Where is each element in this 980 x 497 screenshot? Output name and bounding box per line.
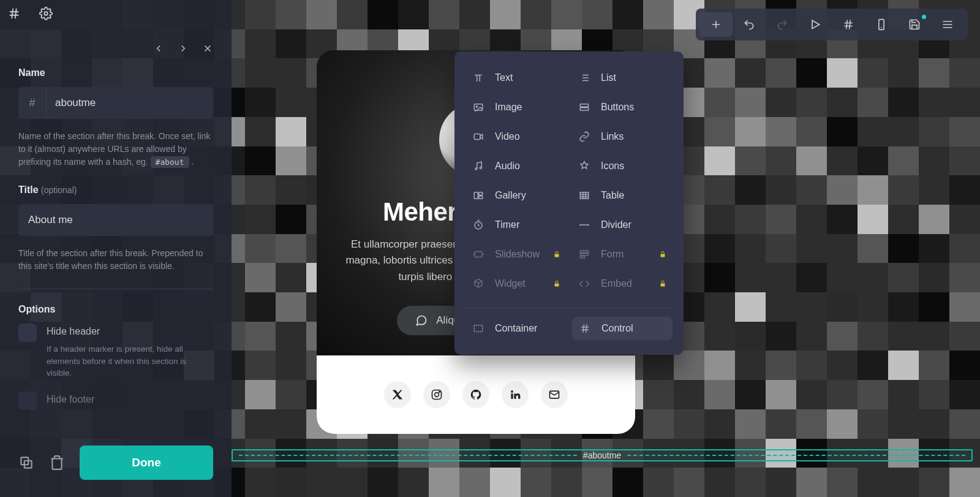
svg-rect-24 xyxy=(661,254,665,257)
unsaved-indicator xyxy=(922,15,926,19)
preview-button[interactable] xyxy=(799,12,832,37)
svg-rect-7 xyxy=(474,104,483,111)
github-icon[interactable] xyxy=(462,381,489,408)
sections-button[interactable] xyxy=(832,12,865,37)
hash-prefix-icon: # xyxy=(18,87,47,119)
widget-icon xyxy=(473,278,485,289)
options-label: Options xyxy=(18,304,213,315)
divider-icon xyxy=(579,219,591,230)
svg-rect-22 xyxy=(580,254,589,256)
image-icon xyxy=(473,102,485,113)
sidebar-tabs xyxy=(0,0,232,27)
inspector-panel: Name # Name of the section after this br… xyxy=(0,0,232,497)
insert-icons[interactable]: Icons xyxy=(571,154,673,178)
svg-point-4 xyxy=(435,393,439,397)
hide-footer-label: Hide footer xyxy=(47,392,94,405)
svg-rect-27 xyxy=(474,325,483,332)
list-icon xyxy=(579,72,591,83)
hide-header-help: If a header marker is present, hide all … xyxy=(47,343,213,379)
x-twitter-icon[interactable] xyxy=(384,381,411,408)
svg-rect-23 xyxy=(580,256,585,258)
svg-point-5 xyxy=(439,392,440,393)
buttons-icon xyxy=(579,102,591,113)
divider xyxy=(18,289,213,289)
insert-gallery[interactable]: Gallery xyxy=(466,184,567,207)
name-input[interactable] xyxy=(47,97,213,109)
section-break-ruler[interactable]: #aboutme xyxy=(232,449,973,461)
svg-rect-16 xyxy=(479,196,483,199)
duplicate-icon[interactable] xyxy=(18,455,34,471)
form-icon xyxy=(579,249,591,260)
redo-button[interactable] xyxy=(766,12,799,37)
svg-rect-20 xyxy=(555,254,559,257)
svg-point-0 xyxy=(44,12,48,15)
svg-point-13 xyxy=(480,167,481,169)
mail-icon[interactable] xyxy=(541,381,568,408)
svg-rect-14 xyxy=(474,192,478,199)
insert-image[interactable]: Image xyxy=(466,96,567,119)
timer-icon xyxy=(473,219,485,230)
svg-rect-11 xyxy=(474,134,480,140)
icons-icon xyxy=(579,161,591,172)
menu-button[interactable] xyxy=(931,12,964,37)
chat-icon xyxy=(415,314,428,327)
table-icon xyxy=(579,190,591,201)
undo-button[interactable] xyxy=(733,12,766,37)
close-icon[interactable] xyxy=(202,43,213,54)
audio-icon xyxy=(473,161,485,172)
done-button[interactable]: Done xyxy=(80,446,213,480)
svg-rect-19 xyxy=(475,252,482,257)
title-field xyxy=(18,204,213,236)
option-hide-footer: Hide footer xyxy=(18,392,213,410)
gallery-icon xyxy=(473,190,485,201)
insert-timer[interactable]: Timer xyxy=(466,213,567,237)
svg-point-8 xyxy=(476,106,477,107)
embed-icon xyxy=(579,278,591,289)
svg-rect-17 xyxy=(580,192,589,199)
svg-point-12 xyxy=(475,168,477,170)
option-hide-header: Hide header If a header marker is presen… xyxy=(18,324,213,379)
name-label: Name xyxy=(18,67,213,78)
links-icon xyxy=(579,131,591,142)
insert-widget[interactable]: Widget xyxy=(466,272,567,295)
social-row xyxy=(317,355,635,434)
title-help: Title of the section after this break. P… xyxy=(18,247,213,273)
add-button[interactable] xyxy=(699,12,733,37)
svg-rect-9 xyxy=(580,104,589,107)
save-button[interactable] xyxy=(898,12,931,37)
hash-tab-icon[interactable] xyxy=(7,7,21,20)
chevron-left-icon[interactable] xyxy=(153,43,164,54)
insert-slideshow[interactable]: Slideshow xyxy=(466,243,567,266)
insert-form[interactable]: Form xyxy=(571,243,673,266)
insert-embed[interactable]: Embed xyxy=(571,272,673,295)
insert-container[interactable]: Container xyxy=(466,317,566,340)
svg-rect-21 xyxy=(580,251,589,252)
mobile-button[interactable] xyxy=(865,12,898,37)
insert-divider[interactable]: Divider xyxy=(571,213,673,237)
title-input[interactable] xyxy=(28,214,203,226)
hide-footer-checkbox[interactable] xyxy=(18,392,37,410)
insert-buttons[interactable]: Buttons xyxy=(571,96,673,119)
chevron-right-icon[interactable] xyxy=(178,43,189,54)
title-label: Title (optional) xyxy=(18,184,213,195)
svg-rect-15 xyxy=(479,192,483,195)
linkedin-icon[interactable] xyxy=(502,381,529,408)
insert-video[interactable]: Video xyxy=(466,125,567,148)
insert-control[interactable]: Control xyxy=(572,317,673,340)
svg-rect-28 xyxy=(879,20,884,30)
insert-audio[interactable]: Audio xyxy=(466,154,567,178)
svg-rect-10 xyxy=(580,108,589,111)
insert-table[interactable]: Table xyxy=(571,184,673,207)
insert-menu: TextListImageButtonsVideoLinksAudioIcons… xyxy=(454,51,684,355)
instagram-icon[interactable] xyxy=(423,381,450,408)
gear-tab-icon[interactable] xyxy=(39,7,53,20)
hide-header-checkbox[interactable] xyxy=(18,324,37,342)
top-toolbar xyxy=(696,9,968,40)
insert-text[interactable]: Text xyxy=(466,66,567,89)
video-icon xyxy=(473,131,485,142)
hide-header-label: Hide header xyxy=(47,324,213,337)
name-field: # xyxy=(18,87,213,119)
insert-list[interactable]: List xyxy=(571,66,673,89)
trash-icon[interactable] xyxy=(49,455,65,471)
insert-links[interactable]: Links xyxy=(571,125,673,148)
